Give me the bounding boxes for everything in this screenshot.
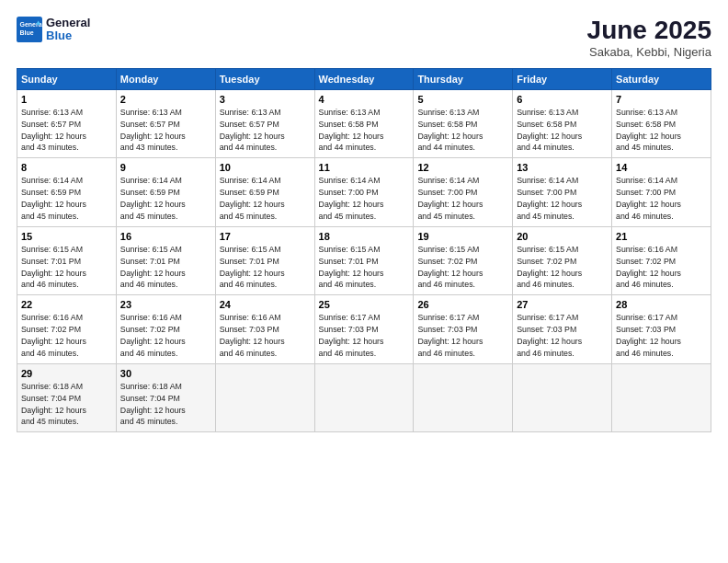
calendar-cell <box>215 363 314 432</box>
day-detail: Sunrise: 6:15 AMSunset: 7:02 PMDaylight:… <box>417 245 483 290</box>
day-detail: Sunrise: 6:14 AMSunset: 7:00 PMDaylight:… <box>417 176 483 221</box>
calendar-header-wednesday: Wednesday <box>314 68 414 89</box>
calendar-cell: 1 Sunrise: 6:13 AMSunset: 6:57 PMDayligh… <box>17 89 117 158</box>
logo-text-blue: Blue <box>46 29 90 42</box>
day-detail: Sunrise: 6:15 AMSunset: 7:01 PMDaylight:… <box>220 245 285 290</box>
subtitle: Sakaba, Kebbi, Nigeria <box>587 45 711 59</box>
day-detail: Sunrise: 6:15 AMSunset: 7:01 PMDaylight:… <box>120 245 186 290</box>
day-detail: Sunrise: 6:13 AMSunset: 6:57 PMDaylight:… <box>220 108 285 153</box>
day-number: 16 <box>120 231 211 242</box>
day-detail: Sunrise: 6:16 AMSunset: 7:02 PMDaylight:… <box>21 313 86 358</box>
day-detail: Sunrise: 6:14 AMSunset: 6:59 PMDaylight:… <box>220 176 285 221</box>
day-detail: Sunrise: 6:15 AMSunset: 7:01 PMDaylight:… <box>21 245 86 290</box>
calendar-cell: 22 Sunrise: 6:16 AMSunset: 7:02 PMDaylig… <box>17 295 117 364</box>
calendar-header-saturday: Saturday <box>612 68 711 89</box>
day-number: 4 <box>319 94 410 105</box>
day-detail: Sunrise: 6:14 AMSunset: 7:00 PMDaylight:… <box>319 176 384 221</box>
day-detail: Sunrise: 6:14 AMSunset: 6:59 PMDaylight:… <box>21 176 86 221</box>
day-number: 13 <box>517 162 608 173</box>
day-number: 28 <box>616 299 707 310</box>
calendar-cell: 30 Sunrise: 6:18 AMSunset: 7:04 PMDaylig… <box>116 363 215 432</box>
day-number: 26 <box>417 299 508 310</box>
day-detail: Sunrise: 6:14 AMSunset: 6:59 PMDaylight:… <box>120 176 186 221</box>
page: General Blue General Blue June 2025 Saka… <box>0 0 728 563</box>
day-detail: Sunrise: 6:16 AMSunset: 7:02 PMDaylight:… <box>120 313 186 358</box>
day-detail: Sunrise: 6:17 AMSunset: 7:03 PMDaylight:… <box>319 313 384 358</box>
calendar-cell <box>314 363 414 432</box>
calendar-cell: 5 Sunrise: 6:13 AMSunset: 6:58 PMDayligh… <box>414 89 513 158</box>
logo-icon: General Blue <box>17 17 42 42</box>
calendar-cell: 4 Sunrise: 6:13 AMSunset: 6:58 PMDayligh… <box>314 89 414 158</box>
calendar-cell: 23 Sunrise: 6:16 AMSunset: 7:02 PMDaylig… <box>116 295 215 364</box>
calendar-cell: 3 Sunrise: 6:13 AMSunset: 6:57 PMDayligh… <box>215 89 314 158</box>
day-detail: Sunrise: 6:15 AMSunset: 7:02 PMDaylight:… <box>517 245 582 290</box>
day-number: 20 <box>517 231 608 242</box>
day-number: 18 <box>319 231 410 242</box>
calendar-cell: 12 Sunrise: 6:14 AMSunset: 7:00 PMDaylig… <box>414 158 513 227</box>
day-detail: Sunrise: 6:14 AMSunset: 7:00 PMDaylight:… <box>517 176 582 221</box>
logo-text-general: General <box>46 17 90 29</box>
calendar-cell: 28 Sunrise: 6:17 AMSunset: 7:03 PMDaylig… <box>612 295 711 364</box>
day-number: 8 <box>21 162 112 173</box>
day-detail: Sunrise: 6:17 AMSunset: 7:03 PMDaylight:… <box>517 313 582 358</box>
day-number: 30 <box>120 368 211 379</box>
calendar-week-row: 29 Sunrise: 6:18 AMSunset: 7:04 PMDaylig… <box>17 363 711 432</box>
calendar-cell: 2 Sunrise: 6:13 AMSunset: 6:57 PMDayligh… <box>116 89 215 158</box>
day-number: 23 <box>120 299 211 310</box>
svg-text:Blue: Blue <box>20 29 34 36</box>
day-detail: Sunrise: 6:13 AMSunset: 6:58 PMDaylight:… <box>517 108 582 153</box>
day-detail: Sunrise: 6:13 AMSunset: 6:58 PMDaylight:… <box>616 108 681 153</box>
day-detail: Sunrise: 6:13 AMSunset: 6:58 PMDaylight:… <box>319 108 384 153</box>
calendar-cell <box>414 363 513 432</box>
calendar-week-row: 15 Sunrise: 6:15 AMSunset: 7:01 PMDaylig… <box>17 226 711 295</box>
day-number: 2 <box>120 94 211 105</box>
day-detail: Sunrise: 6:13 AMSunset: 6:58 PMDaylight:… <box>417 108 483 153</box>
calendar-cell: 16 Sunrise: 6:15 AMSunset: 7:01 PMDaylig… <box>116 226 215 295</box>
calendar-cell <box>612 363 711 432</box>
calendar-week-row: 8 Sunrise: 6:14 AMSunset: 6:59 PMDayligh… <box>17 158 711 227</box>
day-detail: Sunrise: 6:14 AMSunset: 7:00 PMDaylight:… <box>616 176 681 221</box>
calendar-cell: 18 Sunrise: 6:15 AMSunset: 7:01 PMDaylig… <box>314 226 414 295</box>
day-number: 19 <box>417 231 508 242</box>
day-number: 5 <box>417 94 508 105</box>
day-number: 15 <box>21 231 112 242</box>
day-detail: Sunrise: 6:16 AMSunset: 7:03 PMDaylight:… <box>220 313 285 358</box>
calendar-header-monday: Monday <box>116 68 215 89</box>
logo: General Blue General Blue <box>17 17 90 43</box>
calendar-cell: 11 Sunrise: 6:14 AMSunset: 7:00 PMDaylig… <box>314 158 414 227</box>
calendar-cell: 17 Sunrise: 6:15 AMSunset: 7:01 PMDaylig… <box>215 226 314 295</box>
day-detail: Sunrise: 6:15 AMSunset: 7:01 PMDaylight:… <box>319 245 384 290</box>
calendar-cell: 7 Sunrise: 6:13 AMSunset: 6:58 PMDayligh… <box>612 89 711 158</box>
calendar-cell <box>513 363 612 432</box>
calendar-cell: 6 Sunrise: 6:13 AMSunset: 6:58 PMDayligh… <box>513 89 612 158</box>
day-number: 29 <box>21 368 112 379</box>
day-detail: Sunrise: 6:18 AMSunset: 7:04 PMDaylight:… <box>21 382 86 427</box>
calendar-cell: 19 Sunrise: 6:15 AMSunset: 7:02 PMDaylig… <box>414 226 513 295</box>
calendar-cell: 21 Sunrise: 6:16 AMSunset: 7:02 PMDaylig… <box>612 226 711 295</box>
calendar-cell: 26 Sunrise: 6:17 AMSunset: 7:03 PMDaylig… <box>414 295 513 364</box>
day-number: 1 <box>21 94 112 105</box>
calendar-cell: 29 Sunrise: 6:18 AMSunset: 7:04 PMDaylig… <box>17 363 117 432</box>
main-title: June 2025 <box>587 17 711 45</box>
calendar-cell: 8 Sunrise: 6:14 AMSunset: 6:59 PMDayligh… <box>17 158 117 227</box>
day-number: 14 <box>616 162 707 173</box>
day-number: 27 <box>517 299 608 310</box>
day-detail: Sunrise: 6:17 AMSunset: 7:03 PMDaylight:… <box>417 313 483 358</box>
calendar-cell: 27 Sunrise: 6:17 AMSunset: 7:03 PMDaylig… <box>513 295 612 364</box>
calendar-cell: 20 Sunrise: 6:15 AMSunset: 7:02 PMDaylig… <box>513 226 612 295</box>
day-detail: Sunrise: 6:18 AMSunset: 7:04 PMDaylight:… <box>120 382 186 427</box>
day-number: 17 <box>220 231 311 242</box>
day-number: 11 <box>319 162 410 173</box>
day-number: 24 <box>220 299 311 310</box>
day-number: 21 <box>616 231 707 242</box>
calendar-header-row: SundayMondayTuesdayWednesdayThursdayFrid… <box>17 68 711 89</box>
calendar-week-row: 1 Sunrise: 6:13 AMSunset: 6:57 PMDayligh… <box>17 89 711 158</box>
calendar-table: SundayMondayTuesdayWednesdayThursdayFrid… <box>17 68 711 433</box>
calendar-header-tuesday: Tuesday <box>215 68 314 89</box>
calendar-cell: 13 Sunrise: 6:14 AMSunset: 7:00 PMDaylig… <box>513 158 612 227</box>
day-detail: Sunrise: 6:13 AMSunset: 6:57 PMDaylight:… <box>120 108 186 153</box>
header: General Blue General Blue June 2025 Saka… <box>17 17 711 59</box>
calendar-header-thursday: Thursday <box>414 68 513 89</box>
calendar-week-row: 22 Sunrise: 6:16 AMSunset: 7:02 PMDaylig… <box>17 295 711 364</box>
title-block: June 2025 Sakaba, Kebbi, Nigeria <box>587 17 711 59</box>
